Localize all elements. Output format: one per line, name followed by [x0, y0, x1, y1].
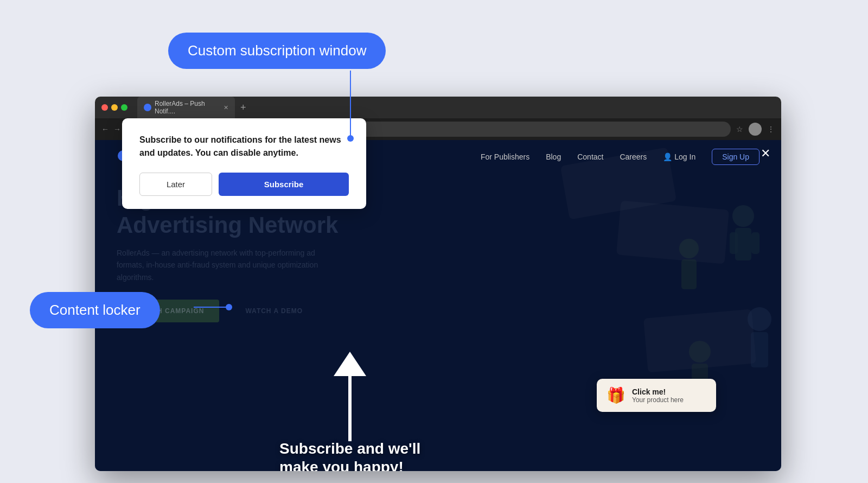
new-tab-button[interactable]: +: [240, 103, 246, 112]
tab-favicon: [144, 104, 151, 111]
later-button[interactable]: Later: [139, 173, 212, 196]
nav-publishers[interactable]: For Publishers: [481, 152, 529, 161]
address-right-controls: ☆ ⋮: [736, 123, 775, 136]
popup-text: Subscribe to our notifications for the l…: [139, 134, 349, 160]
nav-contact[interactable]: Contact: [577, 152, 603, 161]
notif-subtitle: Your product here: [632, 396, 684, 404]
subscription-popup: Subscribe to our notifications for the l…: [122, 118, 366, 209]
connector-line-left: [194, 307, 232, 308]
browser-chrome: RollerAds – Push Notif.... ✕ +: [95, 97, 781, 118]
maximize-dot[interactable]: [121, 104, 127, 111]
back-button[interactable]: ←: [101, 125, 109, 134]
menu-icon[interactable]: ⋮: [767, 125, 775, 134]
connector-line-top: [350, 71, 351, 141]
nav-login[interactable]: 👤 Log In: [663, 152, 695, 161]
tab-bar: RollerAds – Push Notif.... ✕ +: [137, 97, 775, 118]
nav-careers[interactable]: Careers: [620, 152, 647, 161]
arrow-head: [334, 352, 366, 376]
bookmark-icon[interactable]: ☆: [736, 125, 743, 134]
popup-buttons: Later Subscribe: [139, 173, 349, 196]
content-locker-callout: Content locker: [30, 292, 160, 328]
notif-title: Click me!: [632, 387, 684, 396]
notif-text: Click me! Your product here: [632, 387, 684, 404]
forward-button[interactable]: →: [113, 125, 121, 134]
nav-blog[interactable]: Blog: [546, 152, 561, 161]
custom-subscription-callout: Custom subscription window: [168, 33, 386, 69]
subscribe-overlay-text: Subscribe and we'll make you happy!: [279, 440, 420, 471]
notif-icon: 🎁: [607, 386, 626, 404]
subscribe-button[interactable]: Subscribe: [219, 173, 349, 196]
tab-label: RollerAds – Push Notif....: [155, 100, 218, 115]
minimize-dot[interactable]: [111, 104, 118, 111]
profile-avatar[interactable]: [749, 123, 762, 136]
notification-card[interactable]: 🎁 Click me! Your product here: [597, 379, 716, 412]
signup-button[interactable]: Sign Up: [712, 149, 760, 165]
arrow-shaft: [348, 376, 352, 441]
close-button[interactable]: ✕: [761, 147, 770, 161]
browser-tab[interactable]: RollerAds – Push Notif.... ✕: [137, 97, 235, 118]
close-dot[interactable]: [101, 104, 108, 111]
tab-close-button[interactable]: ✕: [224, 104, 228, 111]
traffic-lights: [101, 104, 127, 111]
arrow-overlay: [334, 352, 366, 441]
